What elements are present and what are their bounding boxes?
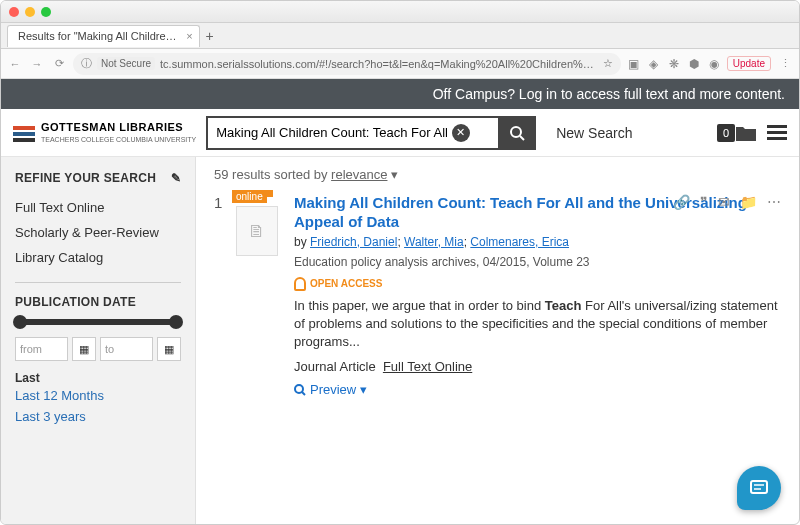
result-item: 1 online 🗎 Making All Children Count: Te…	[214, 194, 781, 397]
close-tab-icon[interactable]: ×	[186, 30, 192, 42]
site-header: GOTTESMAN LIBRARIES TEACHERS COLLEGE COL…	[1, 109, 799, 157]
minimize-window-icon[interactable]	[25, 7, 35, 17]
chevron-down-icon[interactable]: ▾	[391, 167, 398, 182]
logo-line2: TEACHERS COLLEGE COLUMBIA UNIVERSITY	[41, 136, 196, 143]
search-input[interactable]: Making All Children Count: Teach For All…	[206, 116, 498, 150]
calendar-to-icon[interactable]: ▦	[157, 337, 181, 361]
slider-handle-from[interactable]	[13, 315, 27, 329]
abstract-text: In this paper, we argue that in order to…	[294, 298, 545, 313]
filter-scholarly[interactable]: Scholarly & Peer-Review	[15, 220, 181, 245]
svg-rect-1	[13, 132, 35, 136]
maximize-window-icon[interactable]	[41, 7, 51, 17]
extension-icon[interactable]: ❋	[667, 57, 681, 71]
update-button[interactable]: Update	[727, 56, 771, 71]
date-slider[interactable]	[15, 319, 181, 325]
preview-button[interactable]: Preview ▾	[294, 382, 781, 397]
sort-by-link[interactable]: relevance	[331, 167, 387, 182]
magnify-icon	[294, 384, 306, 396]
edit-icon[interactable]: ✎	[171, 171, 181, 185]
filter-full-text[interactable]: Full Text Online	[15, 195, 181, 220]
filter-catalog[interactable]: Library Catalog	[15, 245, 181, 270]
new-tab-icon[interactable]: +	[206, 28, 214, 44]
close-window-icon[interactable]	[9, 7, 19, 17]
star-icon[interactable]: ☆	[603, 57, 613, 70]
full-text-link[interactable]: Full Text Online	[383, 359, 472, 374]
result-abstract: In this paper, we argue that in order to…	[294, 297, 781, 352]
svg-line-4	[520, 136, 524, 140]
pubdate-heading: PUBLICATION DATE	[15, 295, 181, 309]
slider-handle-to[interactable]	[169, 315, 183, 329]
browser-tabbar: Results for "Making All Childre… × +	[1, 23, 799, 49]
address-bar: ← → ⟳ ⓘ Not Secure tc.summon.serialssolu…	[1, 49, 799, 79]
search-value: Making All Children Count: Teach For All	[216, 125, 448, 140]
folder-icon	[735, 124, 757, 142]
url-input[interactable]: ⓘ Not Secure tc.summon.serialssolutions.…	[73, 53, 621, 75]
abstract-bold: Teach	[545, 298, 582, 313]
chat-button[interactable]	[737, 466, 781, 510]
logo-line1: GOTTESMAN LIBRARIES	[41, 121, 183, 133]
svg-rect-2	[13, 138, 35, 142]
result-thumbnail: online 🗎	[236, 194, 284, 397]
result-actions: 🔗 ❞ ✉ 📁 ⋯	[673, 194, 781, 210]
not-secure-badge: Not Secure	[97, 57, 155, 70]
more-icon[interactable]: ⋯	[767, 194, 781, 210]
last-3-years-link[interactable]: Last 3 years	[15, 406, 181, 427]
search-box: Making All Children Count: Teach For All…	[206, 116, 536, 150]
author-link[interactable]: Walter, Mia	[404, 235, 464, 249]
email-icon[interactable]: ✉	[718, 194, 730, 210]
url-text: tc.summon.serialssolutions.com/#!/search…	[160, 58, 598, 70]
open-access-badge: OPEN ACCESS	[294, 277, 781, 291]
library-logo[interactable]: GOTTESMAN LIBRARIES TEACHERS COLLEGE COL…	[13, 121, 196, 144]
svg-line-6	[302, 392, 305, 395]
svg-rect-0	[13, 126, 35, 130]
refine-sidebar: REFINE YOUR SEARCH ✎ Full Text Online Sc…	[1, 157, 196, 524]
result-type: Journal Article Full Text Online	[294, 359, 781, 374]
extension-icon[interactable]: ⬢	[687, 57, 701, 71]
saved-folder[interactable]: 0	[717, 124, 757, 142]
date-to-input[interactable]: to	[100, 337, 153, 361]
date-from-input[interactable]: from	[15, 337, 68, 361]
sort-line: 59 results sorted by relevance ▾	[214, 167, 781, 182]
banner-text: Off Campus? Log in to access full text a…	[433, 86, 785, 102]
calendar-from-icon[interactable]: ▦	[72, 337, 96, 361]
reload-icon[interactable]: ⟳	[51, 57, 67, 70]
hamburger-menu-icon[interactable]	[767, 125, 787, 140]
svg-point-5	[295, 385, 303, 393]
sort-label: results sorted by	[232, 167, 327, 182]
permalink-icon[interactable]: 🔗	[673, 194, 690, 210]
new-search-link[interactable]: New Search	[556, 125, 632, 141]
window-titlebar	[1, 1, 799, 23]
profile-icon[interactable]: ◉	[707, 57, 721, 71]
last-12-months-link[interactable]: Last 12 Months	[15, 385, 181, 406]
search-button[interactable]	[498, 116, 536, 150]
last-heading: Last	[15, 371, 181, 385]
from-placeholder: from	[20, 343, 42, 355]
save-folder-icon[interactable]: 📁	[740, 194, 757, 210]
forward-icon[interactable]: →	[29, 58, 45, 70]
result-number: 1	[214, 194, 226, 397]
back-icon[interactable]: ←	[7, 58, 23, 70]
clear-search-icon[interactable]: ✕	[452, 124, 470, 142]
saved-count: 0	[717, 124, 735, 142]
result-count: 59	[214, 167, 228, 182]
off-campus-banner: Off Campus? Log in to access full text a…	[1, 79, 799, 109]
results-panel: 59 results sorted by relevance ▾ 1 onlin…	[196, 157, 799, 524]
tab-title: Results for "Making All Childre…	[18, 30, 177, 42]
menu-icon[interactable]: ⋮	[777, 57, 793, 70]
author-link[interactable]: Colmenares, Erica	[470, 235, 569, 249]
preview-label: Preview	[310, 382, 356, 397]
to-placeholder: to	[105, 343, 114, 355]
open-access-label: OPEN ACCESS	[310, 278, 382, 289]
cite-icon[interactable]: ❞	[700, 194, 708, 210]
online-badge: online	[232, 190, 267, 203]
browser-tab[interactable]: Results for "Making All Childre… ×	[7, 25, 200, 47]
refine-heading: REFINE YOUR SEARCH	[15, 171, 156, 185]
extension-icon[interactable]: ▣	[627, 57, 641, 71]
result-authors: by Friedrich, Daniel; Walter, Mia; Colme…	[294, 235, 781, 249]
open-access-icon	[294, 277, 306, 291]
type-label: Journal Article	[294, 359, 376, 374]
extension-icon[interactable]: ◈	[647, 57, 661, 71]
author-link[interactable]: Friedrich, Daniel	[310, 235, 397, 249]
document-icon: 🗎	[236, 206, 278, 256]
by-label: by	[294, 235, 310, 249]
